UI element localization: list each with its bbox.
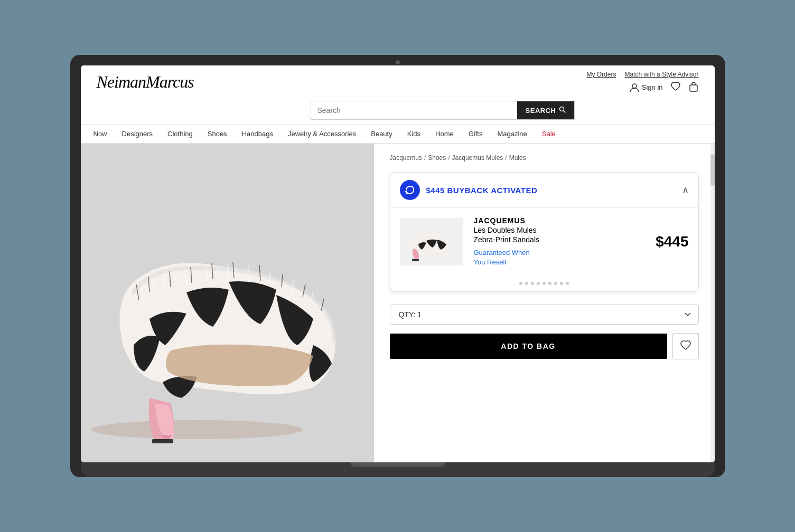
main-nav: Now Designers Clothing Shoes Handbags Je… — [81, 124, 715, 143]
buyback-title: $445 BUYBACK ACTIVATED — [426, 186, 538, 195]
breadcrumb-shoes[interactable]: Shoes — [428, 154, 446, 162]
svg-rect-26 — [152, 439, 173, 443]
sign-in-button[interactable]: Sign in — [629, 82, 663, 93]
buyback-price: $445 — [656, 233, 688, 250]
buyback-product-line2: Zebra-Print Sandals — [474, 235, 646, 244]
buyback-guarantee-text[interactable]: Guaranteed WhenYou Resell — [474, 248, 646, 267]
nav-item-kids[interactable]: Kids — [400, 125, 428, 143]
buyback-pagination-dots — [390, 276, 698, 291]
product-details-panel: Jacquemus / Shoes / Jacquemus Mules / Mu… — [374, 144, 715, 462]
add-to-bag-button[interactable]: ADD TO BAG — [390, 334, 667, 359]
nav-item-designers[interactable]: Designers — [115, 125, 161, 143]
dot-6 — [548, 282, 551, 285]
scrollbar-thumb[interactable] — [710, 154, 715, 186]
qty-section: QTY: 1 QTY: 2 QTY: 3 QTY: 4 QTY: 5 — [390, 305, 699, 325]
bag-header-button[interactable] — [688, 81, 699, 93]
nav-item-jewelry[interactable]: Jewelry & Accessories — [280, 125, 363, 143]
buyback-product-info: JACQUEMUS Les Doubles Mules Zebra-Print … — [474, 216, 646, 267]
dot-5 — [543, 282, 546, 285]
svg-point-5 — [91, 420, 303, 439]
heart-wishlist-icon — [680, 340, 691, 353]
search-btn-icon — [559, 106, 566, 115]
dot-1 — [519, 282, 522, 285]
add-to-bag-row: ADD TO BAG — [390, 333, 699, 359]
scrollbar-track[interactable] — [710, 144, 715, 462]
site-logo[interactable]: NeimanMarcus — [97, 72, 194, 92]
search-button[interactable]: SEARCH — [517, 101, 574, 119]
nav-item-gifts[interactable]: Gifts — [461, 125, 490, 143]
my-orders-link[interactable]: My Orders — [586, 71, 616, 78]
svg-rect-1 — [690, 85, 697, 91]
nav-item-handbags[interactable]: Handbags — [235, 125, 280, 143]
breadcrumb-mules[interactable]: Jacquemus Mules — [452, 154, 503, 162]
product-image-area — [81, 144, 374, 462]
buyback-product-thumbnail — [400, 218, 463, 265]
bag-icon — [688, 81, 699, 93]
svg-line-3 — [563, 111, 565, 113]
buyback-collapse-chevron[interactable]: ∧ — [682, 184, 689, 196]
heart-icon — [670, 82, 681, 93]
wishlist-header-button[interactable] — [670, 82, 681, 93]
buyback-body: JACQUEMUS Les Doubles Mules Zebra-Print … — [390, 207, 698, 276]
buyback-product-line1: Les Doubles Mules — [474, 226, 646, 234]
dot-9 — [566, 282, 569, 285]
dot-2 — [525, 282, 528, 285]
nav-item-sale[interactable]: Sale — [535, 125, 563, 143]
svg-point-0 — [632, 84, 637, 88]
wishlist-button[interactable] — [672, 333, 699, 359]
nav-item-now[interactable]: Now — [86, 125, 115, 143]
dot-8 — [560, 282, 563, 285]
svg-rect-28 — [412, 259, 419, 261]
nav-item-magazine[interactable]: Magazine — [490, 125, 534, 143]
buyback-brand-name: JACQUEMUS — [474, 216, 646, 225]
nav-item-clothing[interactable]: Clothing — [160, 125, 200, 143]
breadcrumb-current: Mules — [509, 154, 526, 162]
buyback-header[interactable]: $445 BUYBACK ACTIVATED ∧ — [390, 173, 698, 207]
nav-item-shoes[interactable]: Shoes — [200, 125, 235, 143]
dot-4 — [537, 282, 540, 285]
buyback-icon — [400, 180, 420, 200]
nav-item-home[interactable]: Home — [428, 125, 461, 143]
nav-item-beauty[interactable]: Beauty — [363, 125, 399, 143]
buyback-card: $445 BUYBACK ACTIVATED ∧ — [390, 172, 699, 292]
qty-selector[interactable]: QTY: 1 QTY: 2 QTY: 3 QTY: 4 QTY: 5 — [390, 305, 699, 325]
sign-in-label: Sign in — [642, 83, 663, 91]
style-advisor-link[interactable]: Match with a Style Advisor — [624, 71, 698, 78]
user-icon — [629, 82, 640, 93]
breadcrumb: Jacquemus / Shoes / Jacquemus Mules / Mu… — [390, 154, 699, 162]
search-btn-label: SEARCH — [526, 107, 556, 115]
breadcrumb-jacquemus[interactable]: Jacquemus — [390, 154, 422, 162]
dot-7 — [554, 282, 557, 285]
search-input[interactable] — [311, 101, 517, 119]
dot-3 — [531, 282, 534, 285]
